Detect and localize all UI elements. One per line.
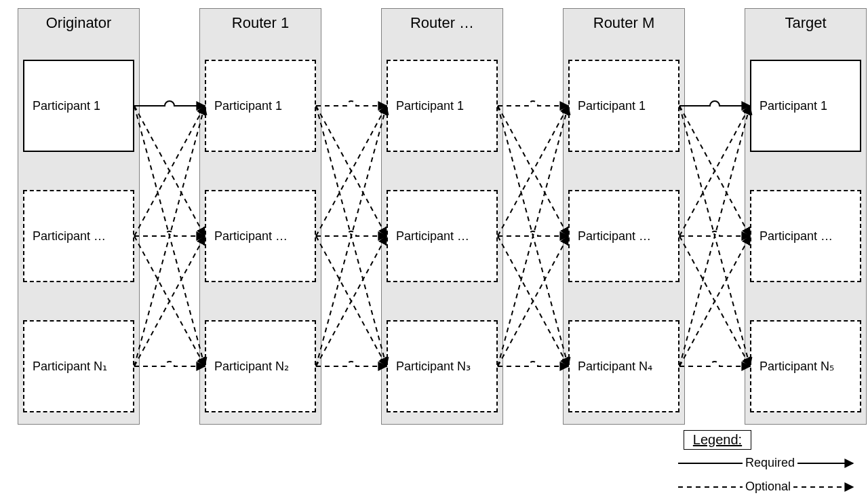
participant-label: Participant 1 [760,99,827,113]
participant-box: Participant … [205,190,316,282]
edge-optional [679,106,750,366]
edge-optional [316,101,387,106]
edge-optional [134,106,205,236]
edge-optional [498,236,568,366]
edge-optional [134,236,205,366]
participant-label: Participant N₁ [33,359,107,374]
edge-optional [498,106,568,236]
edge-optional [679,236,750,366]
participant-label: Participant 1 [396,99,464,113]
edge-optional [134,236,205,366]
participant-label: Participant … [760,229,833,244]
participant-box: Participant 1 [23,60,134,152]
edge-optional [679,106,750,236]
participant-label: Participant … [396,229,469,244]
edge-optional [316,106,387,236]
edge-optional [316,106,387,366]
edge-required [679,101,750,106]
participant-box: Participant 1 [750,60,861,152]
edge-optional [498,362,568,366]
participant-box: Participant N₃ [387,320,498,412]
participant-label: Participant … [33,229,106,244]
participant-box: Participant … [568,190,679,282]
participant-label: Participant 1 [33,99,100,113]
participant-label: Participant N₅ [760,359,834,374]
edge-optional [316,362,387,366]
participant-label: Participant N₂ [214,359,289,374]
participant-label: Participant 1 [214,99,282,113]
legend-title: Legend: [693,432,742,447]
edge-optional [679,231,750,236]
edge-optional [316,106,387,366]
participant-box: Participant … [23,190,134,282]
legend-required-label: Required [743,456,797,470]
edge-optional [679,362,750,366]
participant-box: Participant … [750,190,861,282]
edge-optional [316,231,387,236]
edge-optional [498,236,568,366]
edge-optional [134,231,205,236]
participant-box: Participant 1 [387,60,498,152]
edge-optional [134,106,205,366]
legend-title-box: Legend: [684,430,751,450]
column-title: Router M [564,14,684,32]
participant-box: Participant N₅ [750,320,861,412]
edge-optional [316,106,387,236]
edge-optional [679,106,750,236]
participant-box: Participant 1 [205,60,316,152]
participant-box: Participant N₄ [568,320,679,412]
participant-label: Participant … [578,229,651,244]
participant-label: Participant N₃ [396,359,471,374]
column-title: Router 1 [200,14,321,32]
column-title: Originator [18,14,139,32]
participant-label: Participant … [214,229,288,244]
edge-optional [498,106,568,366]
edge-optional [498,106,568,236]
participant-box: Participant 1 [568,60,679,152]
participant-label: Participant N₄ [578,359,652,374]
edge-optional [316,236,387,366]
edge-optional [134,106,205,236]
edge-optional [498,231,568,236]
edge-optional [679,106,750,366]
edge-required [134,101,205,106]
column-title: Target [745,14,866,32]
edge-optional [134,362,205,366]
participant-box: Participant N₂ [205,320,316,412]
edge-optional [134,106,205,366]
edge-optional [498,106,568,366]
edge-optional [679,236,750,366]
participant-box: Participant … [387,190,498,282]
edge-optional [316,236,387,366]
edge-optional [498,101,568,106]
participant-box: Participant N₁ [23,320,134,412]
participant-label: Participant 1 [578,99,646,113]
legend-optional-label: Optional [743,480,793,494]
diagram-canvas: OriginatorParticipant 1Participant …Part… [0,0,868,504]
column-title: Router … [382,14,502,32]
